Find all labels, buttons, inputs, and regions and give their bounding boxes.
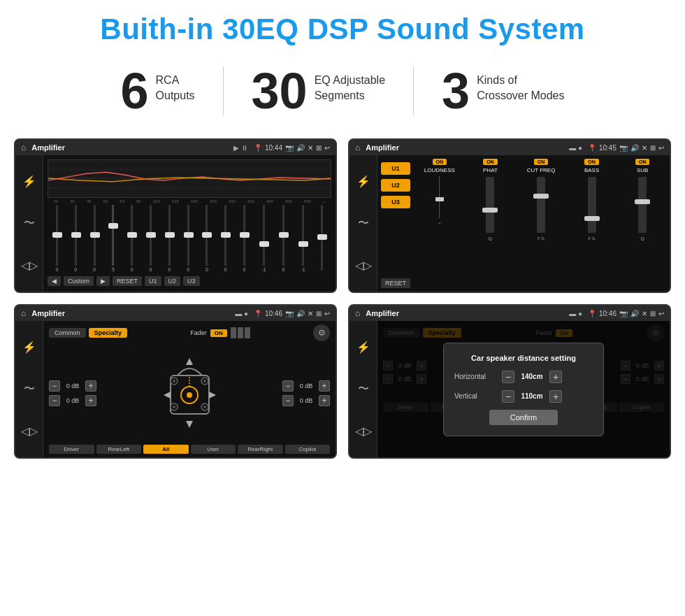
topbar-title-4: Amplifier — [366, 309, 563, 317]
back-icon[interactable]: ↩ — [324, 144, 330, 152]
screen-content-3: ⚡ 〜 ◁▷ Common Specialty Fader ON — [15, 321, 336, 457]
phat-on[interactable]: ON — [483, 159, 498, 165]
home-icon-4[interactable]: ⌂ — [355, 308, 360, 318]
slider-col-10: 0 — [224, 205, 227, 272]
horizontal-plus[interactable]: + — [549, 371, 562, 383]
eq-play-btn[interactable]: ▶ — [96, 276, 110, 286]
tab-specialty[interactable]: Specialty — [89, 328, 128, 338]
sidebar-wave-icon-3[interactable]: 〜 — [24, 382, 35, 396]
sidebar-vol-icon-2[interactable]: ◁▷ — [355, 259, 372, 272]
stat-number-eq: 30 — [252, 66, 308, 116]
slider-col-12: -1 — [261, 205, 266, 272]
eq-u3-btn[interactable]: U3 — [183, 276, 200, 286]
fader-content: Common Specialty Fader ON — [43, 321, 336, 457]
svg-point-12 — [173, 406, 175, 408]
sidebar-wave-icon-2[interactable]: 〜 — [358, 216, 369, 231]
sidebar-wave-icon-4[interactable]: 〜 — [358, 382, 369, 396]
btn-user[interactable]: User — [191, 445, 236, 454]
home-icon-3[interactable]: ⌂ — [21, 308, 26, 318]
topbar-4: ⌂ Amplifier ▬ ● 📍 10:46 📷🔊✕⊞↩ — [349, 306, 670, 321]
close-icon[interactable]: ✕ — [308, 144, 313, 152]
screenshots-grid: ⌂ Amplifier ▶ ⏸ 📍 10:44 📷 🔊 ✕ ⊞ ↩ ⚡ 〜 ◁▷ — [0, 131, 685, 473]
vertical-value: 110cm — [518, 392, 546, 400]
vertical-minus[interactable]: − — [502, 390, 514, 403]
screen-fader-dialog: ⌂ Amplifier ▬ ● 📍 10:46 📷🔊✕⊞↩ ⚡ 〜 ◁▷ — [348, 304, 671, 459]
bass-label: BASS — [584, 167, 599, 173]
phat-label: PHAT — [483, 167, 498, 173]
eq-main: 25 32 40 50 63 80 100 125 160 200 250 32… — [43, 155, 336, 292]
vertical-plus[interactable]: + — [549, 390, 562, 403]
sidebar-wave-icon[interactable]: 〜 — [24, 216, 35, 231]
vertical-control: − 110cm + — [502, 390, 562, 403]
sidebar-4: ⚡ 〜 ◁▷ — [349, 321, 377, 457]
screen-content-1: ⚡ 〜 ◁▷ 25 32 — [15, 155, 336, 292]
sidebar-vol-icon-3[interactable]: ◁▷ — [21, 424, 38, 438]
sidebar-eq-icon-3[interactable]: ⚡ — [22, 341, 36, 354]
channel-bass: ON BASS F G — [568, 159, 616, 288]
dialog-vertical-row: Vertical − 110cm + — [454, 390, 593, 403]
sidebar-2: ⚡ 〜 ◁▷ — [349, 155, 377, 292]
svg-point-14 — [203, 406, 206, 408]
db-plus-bl[interactable]: + — [85, 395, 96, 406]
eq-custom-btn[interactable]: Custom — [64, 276, 94, 286]
db-minus-tl[interactable]: − — [49, 380, 60, 392]
horizontal-minus[interactable]: − — [502, 371, 514, 383]
location-icon: 📍 — [254, 144, 262, 152]
btn-copilot[interactable]: Copilot — [285, 445, 331, 454]
eq-buttons: ◀ Custom ▶ RESET U1 U2 U3 — [43, 273, 336, 289]
topbar-3: ⌂ Amplifier ▬ ● 📍 10:46 📷🔊✕⊞↩ — [15, 306, 336, 321]
btn-all[interactable]: All — [143, 445, 189, 454]
sub-on[interactable]: ON — [635, 159, 650, 165]
db-val-br: 0 dB — [296, 397, 316, 404]
loudness-on[interactable]: ON — [433, 159, 447, 165]
sidebar-eq-icon-4[interactable]: ⚡ — [356, 341, 370, 354]
db-plus-br[interactable]: + — [319, 395, 330, 406]
eq-graph — [48, 159, 331, 198]
preset-u1[interactable]: U1 — [381, 162, 410, 175]
db-plus-tr[interactable]: + — [319, 380, 330, 392]
db-val-tl: 0 dB — [63, 382, 82, 389]
dialog-horizontal-row: Horizontal − 140cm + — [454, 371, 593, 383]
channel-loudness: ON LOUDNESS ~ — [416, 159, 463, 288]
confirm-button[interactable]: Confirm — [489, 410, 558, 425]
settings-icon[interactable]: ⚙ — [313, 324, 330, 341]
eq-u1-btn[interactable]: U1 — [145, 276, 161, 286]
btn-rearleft[interactable]: RearLeft — [96, 445, 142, 454]
sidebar-eq-icon[interactable]: ⚡ — [22, 175, 36, 188]
btn-rearright[interactable]: RearRight — [238, 445, 283, 454]
db-control-tl: − 0 dB + — [49, 380, 96, 392]
svg-point-5 — [187, 392, 192, 398]
page-title: Buith-in 30EQ DSP Sound System — [0, 0, 685, 53]
bass-on[interactable]: ON — [584, 159, 599, 165]
db-minus-bl[interactable]: − — [49, 395, 60, 406]
preset-u2[interactable]: U2 — [381, 179, 410, 192]
sidebar-3: ⚡ 〜 ◁▷ — [15, 321, 43, 457]
svg-marker-18 — [209, 392, 216, 399]
home-icon-2[interactable]: ⌂ — [355, 143, 360, 152]
topbar-icons-3: 📍 10:46 📷🔊✕⊞↩ — [254, 310, 330, 317]
topbar-title-3: Amplifier — [31, 309, 229, 317]
sidebar-vol-icon[interactable]: ◁▷ — [21, 259, 38, 272]
sidebar-vol-icon-4[interactable]: ◁▷ — [355, 424, 372, 438]
btn-driver[interactable]: Driver — [49, 445, 94, 454]
db-control-tr: − 0 dB + — [282, 380, 330, 392]
db-plus-tl[interactable]: + — [85, 380, 96, 392]
db-minus-tr[interactable]: − — [282, 380, 294, 392]
horizontal-control: − 140cm + — [502, 371, 562, 383]
slider-col-7: 0 — [168, 205, 171, 272]
eq-u2-btn[interactable]: U2 — [164, 276, 181, 286]
sidebar-eq-icon-2[interactable]: ⚡ — [356, 175, 370, 188]
eq-prev-btn[interactable]: ◀ — [48, 276, 61, 286]
tab-common[interactable]: Common — [49, 328, 86, 338]
preset-u3[interactable]: U3 — [381, 196, 410, 208]
topbar-time-1: 10:44 — [265, 144, 282, 152]
sidebar-1: ⚡ 〜 ◁▷ — [15, 155, 43, 292]
slider-col-6: 0 — [150, 205, 152, 272]
home-icon[interactable]: ⌂ — [21, 143, 26, 152]
cutfreq-on[interactable]: ON — [534, 159, 549, 165]
slider-col-13: 0 — [282, 205, 285, 272]
fader-dialog-main: Common Specialty Fader ON ⚙ − — [377, 321, 670, 457]
eq-reset-btn[interactable]: RESET — [113, 276, 142, 286]
amp2-reset-btn[interactable]: RESET — [381, 278, 410, 288]
db-minus-br[interactable]: − — [282, 395, 294, 406]
